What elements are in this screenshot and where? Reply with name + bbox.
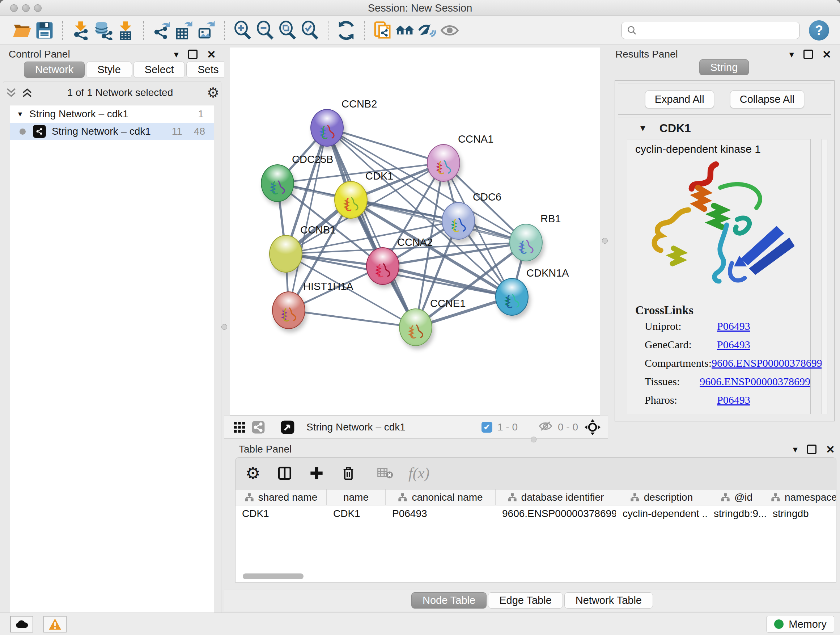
horizontal-splitter-handle[interactable] [531, 437, 537, 442]
panel-close-icon[interactable]: ✕ [822, 48, 831, 61]
network-node-cdk1[interactable] [334, 181, 368, 219]
crosslink-value-link[interactable]: P06493 [717, 394, 750, 406]
panel-close-icon[interactable]: ✕ [826, 443, 835, 456]
selected-checkbox[interactable]: ✔ [482, 422, 493, 432]
network-node-cdc25b[interactable] [261, 165, 294, 202]
save-session-button[interactable] [33, 19, 56, 42]
crosslink-value-link[interactable]: 9606.ENSP00000378699 [699, 375, 810, 388]
duplicate-network-button[interactable] [371, 19, 393, 42]
panel-float-icon[interactable] [807, 445, 816, 454]
network-node-ccnb1[interactable] [269, 235, 302, 272]
table-cell[interactable]: P06493 [386, 505, 496, 522]
table-horizontal-scrollbar[interactable] [243, 573, 303, 579]
table-row[interactable]: CDK1CDK1P064939606.ENSP00000378699cyclin… [235, 505, 836, 522]
zoom-selected-button[interactable] [299, 19, 321, 42]
export-network-button[interactable] [150, 19, 173, 42]
network-node-cdc6[interactable] [442, 202, 475, 240]
column-header-description[interactable]: description [616, 489, 707, 505]
delete-column-trash-icon[interactable] [340, 464, 357, 482]
left-splitter-handle[interactable] [221, 324, 227, 330]
column-header-namespace[interactable]: namespace [766, 489, 836, 505]
share-network-icon[interactable] [249, 418, 268, 437]
network-node-ccne1[interactable] [399, 309, 432, 346]
tab-string[interactable]: String [699, 59, 749, 75]
section-expander-icon[interactable]: ▼ [638, 123, 647, 133]
network-collection-row[interactable]: ▾ String Network – cdk1 1 [10, 105, 214, 123]
network-edge-CCNB2-CCNA1[interactable] [327, 128, 444, 163]
table-cell[interactable]: CDK1 [235, 505, 327, 522]
network-node-hist1h1a[interactable] [272, 291, 305, 329]
grid-view-icon[interactable] [230, 418, 249, 437]
show-all-button[interactable] [439, 19, 461, 42]
table-cell[interactable]: stringdb:9... [707, 505, 766, 522]
results-scrollbar[interactable] [821, 139, 827, 414]
network-edge-CCNE1-HIST1H1A[interactable] [289, 310, 416, 327]
birdseye-view-icon[interactable] [278, 418, 297, 437]
panel-float-icon[interactable] [188, 50, 197, 59]
expand-all-tree-icon[interactable] [5, 87, 17, 98]
zoom-out-button[interactable] [254, 19, 276, 42]
collection-expander-icon[interactable]: ▾ [18, 109, 22, 119]
panel-collapse-icon[interactable]: ▾ [789, 49, 794, 60]
network-node-ccna2[interactable] [366, 247, 399, 285]
warning-status-button[interactable] [43, 616, 66, 632]
column-header-label: database identifier [521, 492, 604, 503]
network-canvas[interactable]: CCNB2CCNA1CDC25BCDK1CDC6RB1CCNB1CCNA2CDK… [230, 47, 600, 416]
tab-edge-table[interactable]: Edge Table [488, 592, 563, 608]
memory-button[interactable]: Memory [767, 616, 834, 632]
import-table-from-file-button[interactable] [114, 19, 137, 42]
panel-collapse-icon[interactable]: ▾ [174, 49, 179, 60]
table-cell[interactable]: stringdb [766, 505, 836, 522]
tab-style[interactable]: Style [86, 62, 132, 78]
collapse-all-button[interactable]: Collapse All [730, 90, 805, 108]
network-options-gear-icon[interactable]: ⚙ [207, 86, 219, 100]
panel-float-icon[interactable] [804, 50, 813, 59]
crosslink-value-link[interactable]: P06493 [717, 339, 750, 351]
panel-close-icon[interactable]: ✕ [207, 48, 216, 61]
network-node-ccnb2[interactable] [310, 109, 344, 147]
first-neighbors-button[interactable] [393, 19, 416, 42]
search-input[interactable] [622, 22, 799, 39]
hidden-eye-icon[interactable] [538, 420, 553, 435]
table-options-gear-icon[interactable]: ⚙ [244, 464, 262, 482]
network-node-cdkn1a[interactable] [495, 278, 529, 316]
tab-network[interactable]: Network [24, 62, 85, 78]
import-network-from-file-button[interactable] [69, 19, 92, 42]
column-header-name[interactable]: name [327, 489, 386, 505]
column-header-database-identifier[interactable]: database identifier [496, 489, 616, 505]
protein-section-header[interactable]: ▼ CDK1 [618, 118, 831, 138]
table-cell[interactable]: 9606.ENSP00000378699 [496, 505, 616, 522]
tab-select[interactable]: Select [134, 62, 185, 78]
table-cell[interactable]: cyclin-dependent ... [616, 505, 707, 522]
crosslink-value-link[interactable]: P06493 [717, 320, 750, 333]
network-node-ccna1[interactable] [427, 144, 460, 182]
network-row[interactable]: String Network – cdk1 11 48 [10, 123, 214, 140]
right-splitter-handle[interactable] [602, 238, 608, 244]
collapse-all-tree-icon[interactable] [21, 87, 33, 98]
zoom-in-button[interactable] [232, 19, 254, 42]
cloud-status-button[interactable] [10, 616, 33, 632]
panel-collapse-icon[interactable]: ▾ [793, 444, 798, 455]
import-network-from-database-button[interactable] [92, 19, 114, 42]
network-edge-CCNE1-CCNB2[interactable] [327, 128, 416, 327]
table-cell[interactable]: CDK1 [327, 505, 386, 522]
help-button[interactable]: ? [809, 20, 829, 41]
column-header--id[interactable]: @id [707, 489, 766, 505]
network-node-rb1[interactable] [509, 224, 543, 261]
open-session-button[interactable] [11, 19, 33, 42]
zoom-fit-button[interactable] [276, 19, 299, 42]
tab-node-table[interactable]: Node Table [411, 592, 486, 608]
crosslink-value-link[interactable]: 9606.ENSP00000378699 [712, 357, 822, 369]
tab-network-table[interactable]: Network Table [564, 592, 653, 608]
export-table-button[interactable] [173, 19, 195, 42]
hide-selected-button[interactable] [416, 19, 439, 42]
export-image-button[interactable] [195, 19, 218, 42]
add-column-icon[interactable] [308, 464, 325, 482]
refresh-view-button[interactable] [335, 19, 357, 42]
column-header-canonical-name[interactable]: canonical name [386, 489, 496, 505]
tab-sets[interactable]: Sets [186, 62, 230, 78]
column-header-shared-name[interactable]: shared name [235, 489, 327, 505]
expand-all-button[interactable]: Expand All [645, 90, 714, 108]
show-columns-icon[interactable] [276, 464, 294, 482]
pan-crosshair-icon[interactable] [583, 418, 602, 437]
